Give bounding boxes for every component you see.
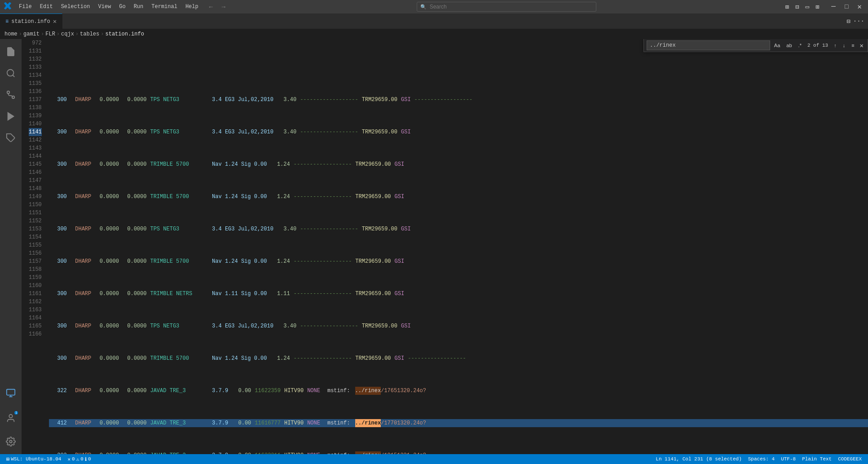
find-prev-button[interactable]: ↑ xyxy=(832,42,839,49)
activity-settings[interactable] xyxy=(0,431,22,452)
line-num-1133: 1133 xyxy=(29,63,42,71)
menu-selection[interactable]: Selection xyxy=(57,3,94,11)
close-button[interactable]: ✕ xyxy=(855,2,864,11)
svg-point-3 xyxy=(7,91,10,94)
find-next-button[interactable]: ↓ xyxy=(841,42,848,49)
layout-icon-2[interactable]: ⊟ xyxy=(794,3,800,11)
status-bar: ⊞ WSL: Ubuntu-18.04 ✕ 0 ⚠ 0 ℹ 0 Ln 1141,… xyxy=(0,454,868,464)
line-num-1135: 1135 xyxy=(29,80,42,88)
title-controls: ⊞ ⊟ ▭ ⊞ ─ □ ✕ xyxy=(784,2,864,11)
maximize-button[interactable]: □ xyxy=(842,3,851,10)
status-codegeex[interactable]: CODEGEEX xyxy=(835,454,864,464)
status-position[interactable]: Ln 1141, Col 231 (8 selected) xyxy=(653,454,744,464)
line-num-1134: 1134 xyxy=(29,71,42,80)
line-num-1154: 1154 xyxy=(29,233,42,241)
activity-extensions[interactable] xyxy=(0,127,22,149)
menu-view[interactable]: View xyxy=(94,3,115,11)
activity-search[interactable] xyxy=(0,62,22,84)
menu-terminal[interactable]: Terminal xyxy=(148,3,181,11)
more-actions-button[interactable]: ··· xyxy=(853,18,864,25)
code-line-1133: 300 DHARP 0.0000 0.0000 TRIMBLE 5700 Nav… xyxy=(49,160,868,168)
line-num-1132: 1132 xyxy=(29,55,42,63)
vscode-logo xyxy=(4,2,12,12)
code-line-972 xyxy=(49,63,868,71)
layout-icon-3[interactable]: ▭ xyxy=(804,3,810,11)
status-spaces[interactable]: Spaces: 4 xyxy=(745,454,777,464)
find-whole-word-button[interactable]: ab xyxy=(784,42,794,49)
nav-back-button[interactable]: ← xyxy=(206,2,216,11)
title-search-area: 🔍 xyxy=(229,2,784,12)
codegeex-label: CODEGEEX xyxy=(838,456,862,462)
line-num-1140: 1140 xyxy=(29,120,42,128)
tab-bar-empty xyxy=(62,13,843,29)
menu-help[interactable]: Help xyxy=(182,3,202,11)
code-line-1142: 382 DHARP 0.0000 0.0000 JAVAD TRE_3 3.7.… xyxy=(49,451,868,454)
warning-icon: ⚠ xyxy=(76,456,79,462)
encoding-label: UTF-8 xyxy=(781,456,796,462)
line-num-1162: 1162 xyxy=(29,298,42,306)
breadcrumb-gamit[interactable]: gamit xyxy=(23,31,40,37)
line-num-1152: 1152 xyxy=(29,217,42,225)
svg-rect-6 xyxy=(7,389,15,395)
line-numbers: 972 1131 1132 1133 1134 1135 1136 1137 1… xyxy=(22,39,45,454)
line-num-1145: 1145 xyxy=(29,160,42,168)
layout-icon-4[interactable]: ⊞ xyxy=(814,3,820,11)
breadcrumb-home[interactable]: home xyxy=(4,31,18,37)
code-line-1138: 300 DHARP 0.0000 0.0000 TPS NETG3 3.4 EG… xyxy=(49,322,868,330)
activity-run-debug[interactable] xyxy=(0,106,22,127)
tab-label: station.info xyxy=(11,18,50,25)
line-num-1147: 1147 xyxy=(29,177,42,185)
layout-icon-1[interactable]: ⊞ xyxy=(784,3,790,11)
tab-station-info[interactable]: ≡ station.info ✕ xyxy=(0,13,62,29)
find-widget: Aa ab .* 2 of 13 ↑ ↓ ≡ ✕ xyxy=(643,39,868,52)
line-num-1137: 1137 xyxy=(29,96,42,104)
menu-bar: File Edit Selection View Go Run Terminal… xyxy=(15,3,202,11)
info-icon: ℹ xyxy=(85,456,87,462)
breadcrumb-flr[interactable]: FLR xyxy=(45,31,55,37)
svg-point-0 xyxy=(7,70,14,76)
line-num-1166: 1166 xyxy=(29,330,42,338)
split-editor-button[interactable]: ⊟ xyxy=(846,18,850,25)
menu-go[interactable]: Go xyxy=(115,3,129,11)
find-close-button[interactable]: ✕ xyxy=(859,42,865,49)
activity-account[interactable]: 1 xyxy=(0,407,22,429)
code-line-1139: 300 DHARP 0.0000 0.0000 TRIMBLE 5700 Nav… xyxy=(49,354,868,362)
activity-source-control[interactable] xyxy=(0,84,22,106)
nav-forward-button[interactable]: → xyxy=(218,2,229,11)
status-errors[interactable]: ✕ 0 ⚠ 0 ℹ 0 xyxy=(65,454,93,464)
breadcrumb-tables[interactable]: tables xyxy=(80,31,99,37)
find-match-case-button[interactable]: Aa xyxy=(772,42,782,49)
line-num-1164: 1164 xyxy=(29,314,42,322)
line-num-1146: 1146 xyxy=(29,168,42,177)
minimize-button[interactable]: ─ xyxy=(828,3,838,11)
title-search-input[interactable] xyxy=(417,2,596,12)
breadcrumb-cqjx[interactable]: cqjx xyxy=(61,31,74,37)
code-line-1136: 300 DHARP 0.0000 0.0000 TRIMBLE 5700 Nav… xyxy=(49,257,868,265)
menu-edit[interactable]: Edit xyxy=(36,3,57,11)
tab-icon: ≡ xyxy=(5,18,9,25)
status-encoding[interactable]: UTF-8 xyxy=(778,454,798,464)
line-num-1155: 1155 xyxy=(29,241,42,249)
line-num-1136: 1136 xyxy=(29,88,42,96)
main-area: 1 Aa ab .* 2 of 13 ↑ ↓ ≡ ✕ xyxy=(0,39,868,454)
line-num-1153: 1153 xyxy=(29,225,42,233)
status-wsl[interactable]: ⊞ WSL: Ubuntu-18.04 xyxy=(4,454,64,464)
editor-area: Aa ab .* 2 of 13 ↑ ↓ ≡ ✕ 972 1131 1132 1… xyxy=(22,39,868,454)
menu-file[interactable]: File xyxy=(15,3,35,11)
spaces-label: Spaces: 4 xyxy=(748,456,775,462)
line-num-1150: 1150 xyxy=(29,201,42,209)
activity-explorer[interactable] xyxy=(0,41,22,62)
title-bar: File Edit Selection View Go Run Terminal… xyxy=(0,0,868,13)
menu-run[interactable]: Run xyxy=(130,3,147,11)
breadcrumb-file[interactable]: station.info xyxy=(105,31,144,37)
error-icon: ✕ xyxy=(67,456,70,462)
find-input[interactable] xyxy=(647,40,770,50)
tab-close-button[interactable]: ✕ xyxy=(53,18,57,25)
find-regex-button[interactable]: .* xyxy=(796,42,804,49)
status-language[interactable]: Plain Text xyxy=(799,454,834,464)
activity-remote-explorer[interactable] xyxy=(0,382,22,404)
find-more-options-button[interactable]: ≡ xyxy=(849,42,856,49)
code-content[interactable]: Aa ab .* 2 of 13 ↑ ↓ ≡ ✕ 972 1131 1132 1… xyxy=(22,39,868,454)
line-num-1158: 1158 xyxy=(29,265,42,274)
svg-marker-4 xyxy=(8,113,14,120)
